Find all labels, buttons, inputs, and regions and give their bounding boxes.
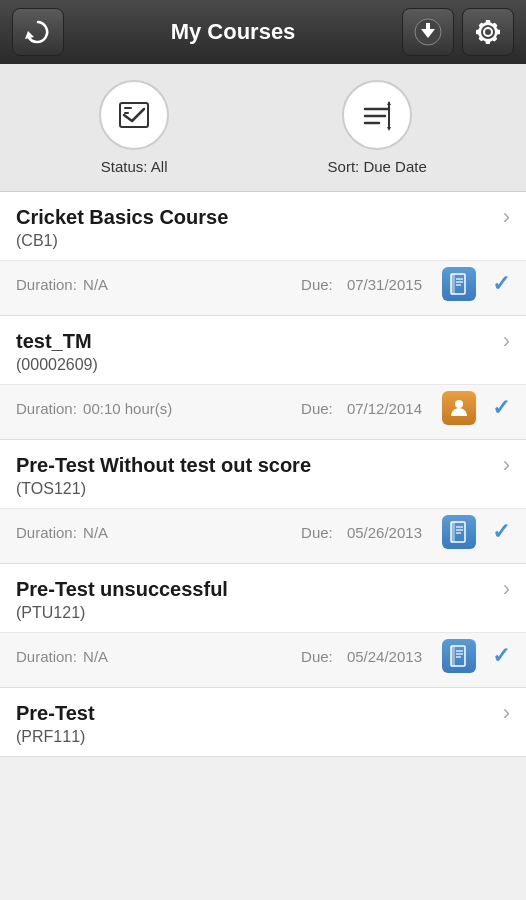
duration-label: Duration: bbox=[16, 400, 77, 417]
svg-rect-5 bbox=[124, 107, 132, 109]
sort-filter-icon bbox=[342, 80, 412, 150]
duration-label: Duration: bbox=[16, 648, 77, 665]
course-item: Pre-Test unsuccessful › (PTU121) Duratio… bbox=[0, 564, 526, 688]
app-header: My Courses bbox=[0, 0, 526, 64]
course-item: Pre-Test › (PRF111) bbox=[0, 688, 526, 757]
chevron-right-icon: › bbox=[503, 204, 510, 230]
status-filter-label: Status: All bbox=[101, 158, 168, 175]
course-item: test_TM › (00002609) Duration: 00:10 hou… bbox=[0, 316, 526, 440]
svg-marker-0 bbox=[25, 31, 34, 39]
svg-rect-20 bbox=[451, 522, 455, 542]
status-icon-book bbox=[442, 639, 476, 673]
svg-point-18 bbox=[455, 400, 463, 408]
due-section: Due: 07/12/2014 ✓ bbox=[301, 391, 510, 425]
chevron-right-icon: › bbox=[503, 576, 510, 602]
duration-label: Duration: bbox=[16, 276, 77, 293]
status-icon-person bbox=[442, 391, 476, 425]
check-icon: ✓ bbox=[492, 643, 510, 669]
svg-rect-25 bbox=[451, 646, 455, 666]
duration-value: N/A bbox=[79, 648, 108, 665]
chevron-right-icon: › bbox=[503, 452, 510, 478]
due-value: 07/12/2014 bbox=[343, 400, 422, 417]
sort-filter-label: Sort: Due Date bbox=[328, 158, 427, 175]
course-details: Duration: 00:10 hour(s) Due: 07/12/2014 … bbox=[0, 384, 526, 439]
refresh-button[interactable] bbox=[12, 8, 64, 56]
course-list: Cricket Basics Course › (CB1) Duration: … bbox=[0, 192, 526, 757]
due-label: Due: bbox=[301, 400, 333, 417]
duration-value: N/A bbox=[79, 524, 108, 541]
due-label: Due: bbox=[301, 276, 333, 293]
course-header[interactable]: Pre-Test › bbox=[0, 688, 526, 726]
check-icon: ✓ bbox=[492, 395, 510, 421]
status-icon-book bbox=[442, 267, 476, 301]
svg-rect-6 bbox=[124, 112, 129, 114]
course-name: Pre-Test Without test out score bbox=[16, 454, 311, 477]
check-icon: ✓ bbox=[492, 519, 510, 545]
duration-value: 00:10 hour(s) bbox=[79, 400, 172, 417]
chevron-right-icon: › bbox=[503, 328, 510, 354]
status-icon-book bbox=[442, 515, 476, 549]
course-header[interactable]: Pre-Test unsuccessful › bbox=[0, 564, 526, 602]
course-header[interactable]: Cricket Basics Course › bbox=[0, 192, 526, 230]
course-code: (PRF111) bbox=[0, 726, 526, 756]
due-label: Due: bbox=[301, 648, 333, 665]
check-icon: ✓ bbox=[492, 271, 510, 297]
course-code: (CB1) bbox=[0, 230, 526, 260]
due-section: Due: 05/24/2013 ✓ bbox=[301, 639, 510, 673]
duration-value: N/A bbox=[79, 276, 108, 293]
course-name: Cricket Basics Course bbox=[16, 206, 228, 229]
course-details: Duration: N/A Due: 05/26/2013 ✓ bbox=[0, 508, 526, 563]
svg-rect-3 bbox=[426, 23, 430, 31]
download-button[interactable] bbox=[402, 8, 454, 56]
course-code: (PTU121) bbox=[0, 602, 526, 632]
settings-button[interactable] bbox=[462, 8, 514, 56]
svg-rect-14 bbox=[451, 274, 455, 294]
course-item: Pre-Test Without test out score › (TOS12… bbox=[0, 440, 526, 564]
course-code: (00002609) bbox=[0, 354, 526, 384]
duration-label: Duration: bbox=[16, 524, 77, 541]
due-value: 05/24/2013 bbox=[343, 648, 422, 665]
course-name: Pre-Test unsuccessful bbox=[16, 578, 228, 601]
course-item: Cricket Basics Course › (CB1) Duration: … bbox=[0, 192, 526, 316]
status-filter-icon bbox=[99, 80, 169, 150]
course-code: (TOS121) bbox=[0, 478, 526, 508]
due-label: Due: bbox=[301, 524, 333, 541]
due-value: 07/31/2015 bbox=[343, 276, 422, 293]
course-details: Duration: N/A Due: 05/24/2013 ✓ bbox=[0, 632, 526, 687]
due-section: Due: 05/26/2013 ✓ bbox=[301, 515, 510, 549]
course-name: test_TM bbox=[16, 330, 92, 353]
due-section: Due: 07/31/2015 ✓ bbox=[301, 267, 510, 301]
svg-marker-12 bbox=[387, 127, 391, 131]
course-header[interactable]: test_TM › bbox=[0, 316, 526, 354]
chevron-right-icon: › bbox=[503, 700, 510, 726]
due-value: 05/26/2013 bbox=[343, 524, 422, 541]
sort-filter[interactable]: Sort: Due Date bbox=[328, 80, 427, 175]
status-filter[interactable]: Status: All bbox=[99, 80, 169, 175]
filter-bar: Status: All Sort: Due Date bbox=[0, 64, 526, 192]
course-details: Duration: N/A Due: 07/31/2015 ✓ bbox=[0, 260, 526, 315]
page-title: My Courses bbox=[64, 19, 402, 45]
course-header[interactable]: Pre-Test Without test out score › bbox=[0, 440, 526, 478]
course-name: Pre-Test bbox=[16, 702, 95, 725]
